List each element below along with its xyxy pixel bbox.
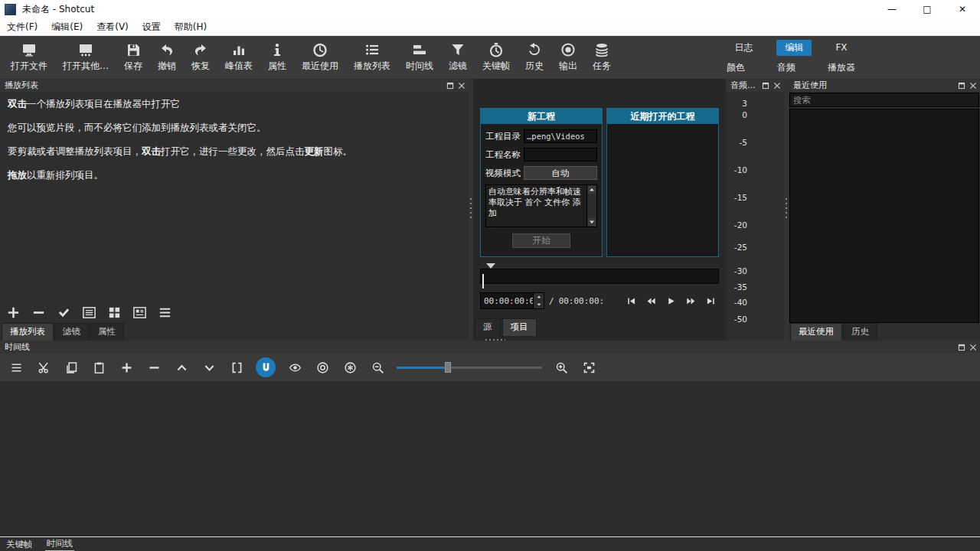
- timeline-copy-button[interactable]: [63, 359, 80, 376]
- timeline-panel-title: 时间线: [5, 341, 30, 353]
- playlist-view-icons-button[interactable]: [132, 305, 147, 320]
- timeline-zoom-fit-button[interactable]: [580, 359, 597, 376]
- timeline-append-button[interactable]: [118, 359, 135, 376]
- toolbar-button-jobs[interactable]: 任务: [585, 40, 619, 75]
- playlist-add-button[interactable]: [6, 305, 21, 320]
- timeline-tracks-area[interactable]: [0, 381, 980, 536]
- float-panel-icon[interactable]: [761, 81, 770, 90]
- maximize-button[interactable]: □: [910, 0, 945, 18]
- scrollbar[interactable]: [586, 185, 596, 227]
- timeline-zoom-handle[interactable]: [445, 362, 451, 373]
- toolbar-button-peak-meter[interactable]: 峰值表: [217, 40, 260, 75]
- playlist-dock-tabs: 播放列表 滤镜 属性: [0, 323, 469, 341]
- timeline-icon: [412, 42, 427, 57]
- close-button[interactable]: ✕: [945, 0, 980, 18]
- toolbar-button-playlist[interactable]: 播放列表: [346, 40, 398, 75]
- playlist-panel-header: 播放列表: [0, 79, 469, 92]
- toolbar-button-timeline[interactable]: 时间线: [398, 40, 441, 75]
- layout-tab[interactable]: 音频: [769, 60, 804, 76]
- recent-projects-list[interactable]: [607, 124, 718, 256]
- panel-tab[interactable]: 历史: [843, 323, 877, 341]
- toolbar-button-label: 属性: [268, 60, 286, 73]
- layout-tab[interactable]: 日志: [726, 40, 761, 56]
- meter-scale-label: 0: [726, 110, 747, 119]
- toolbar-button-filters[interactable]: 滤镜: [441, 40, 475, 75]
- timeline-zoom-in-button[interactable]: [553, 359, 570, 376]
- toolbar-button-redo[interactable]: 恢复: [184, 40, 217, 75]
- playlist-menu-button[interactable]: [158, 305, 172, 320]
- timecode-increment-icon[interactable]: [534, 293, 544, 301]
- layout-tab[interactable]: 播放器: [819, 60, 864, 76]
- menu-item[interactable]: 设置: [136, 18, 168, 35]
- float-panel-icon[interactable]: [957, 343, 966, 352]
- timeline-snap-button[interactable]: [256, 357, 276, 377]
- float-panel-icon[interactable]: [957, 81, 966, 90]
- toolbar-button-properties[interactable]: 属性: [260, 40, 294, 75]
- timeline-cut-button[interactable]: [35, 359, 52, 376]
- toolbar-button-open-file[interactable]: 打开文件: [3, 40, 55, 75]
- timeline-zoom-out-button[interactable]: [369, 359, 386, 376]
- minimize-button[interactable]: —: [874, 0, 910, 18]
- play-button[interactable]: [663, 294, 679, 308]
- close-panel-icon[interactable]: [773, 81, 782, 90]
- panel-tab[interactable]: 属性: [90, 323, 124, 341]
- window-controls: — □ ✕: [874, 0, 980, 18]
- playlist-view-tiles-button[interactable]: [107, 305, 122, 320]
- toolbar-button-save[interactable]: 保存: [116, 40, 150, 75]
- timeline-ripple-button[interactable]: [314, 359, 331, 376]
- timeline-overwrite-button[interactable]: [201, 359, 217, 376]
- menu-item[interactable]: 文件(F): [0, 18, 44, 35]
- timecode-value[interactable]: 00:00:00:00: [481, 293, 533, 308]
- menu-item[interactable]: 查看(V): [90, 18, 136, 35]
- playlist-remove-button[interactable]: [31, 305, 46, 320]
- toolbar-button-recent[interactable]: 最近使用: [294, 40, 346, 75]
- toolbar-button-undo[interactable]: 撤销: [150, 40, 184, 75]
- panel-tab[interactable]: 播放列表: [2, 323, 54, 341]
- timeline-lift-button[interactable]: [173, 359, 190, 376]
- status-tab[interactable]: 关键帧: [5, 538, 34, 551]
- player-tab[interactable]: 项目: [502, 318, 537, 336]
- timeline-menu-button[interactable]: [8, 359, 24, 376]
- scrub-bar[interactable]: [480, 269, 719, 284]
- search-input[interactable]: [789, 93, 979, 107]
- timeline-zoom-slider[interactable]: [397, 359, 542, 376]
- timeline-split-button[interactable]: [228, 359, 245, 376]
- playlist-view-details-button[interactable]: [82, 305, 96, 320]
- project-name-input[interactable]: [524, 148, 597, 161]
- float-panel-icon[interactable]: [446, 81, 455, 90]
- timeline-ripple-all-button[interactable]: [341, 359, 358, 376]
- toolbar-button-export[interactable]: 输出: [551, 40, 585, 75]
- panel-tab[interactable]: 滤镜: [54, 323, 89, 341]
- menu-item[interactable]: 编辑(E): [44, 18, 90, 35]
- player-tab[interactable]: 源: [475, 318, 501, 336]
- status-tab[interactable]: 时间线: [45, 537, 75, 551]
- timeline-paste-button[interactable]: [90, 359, 107, 376]
- skip-start-button[interactable]: [623, 294, 639, 308]
- playlist-update-button[interactable]: [57, 305, 71, 320]
- timecode-decrement-icon[interactable]: [534, 301, 544, 308]
- start-button[interactable]: 开始: [512, 233, 570, 248]
- layout-tab[interactable]: 编辑: [776, 40, 812, 56]
- project-directory-input[interactable]: [524, 129, 597, 143]
- close-panel-icon[interactable]: [969, 81, 978, 90]
- close-panel-icon[interactable]: [457, 81, 466, 90]
- recent-dock-tabs: 最近使用 历史: [789, 323, 980, 341]
- timeline-ripple-delete-button[interactable]: [145, 359, 162, 376]
- fast-forward-button[interactable]: [683, 294, 699, 308]
- playhead-marker[interactable]: [486, 263, 495, 269]
- layout-tab[interactable]: FX: [827, 41, 855, 54]
- rewind-button[interactable]: [643, 294, 659, 308]
- toolbar-button-open-other[interactable]: 打开其他…: [55, 40, 116, 75]
- scroll-down-icon[interactable]: [588, 218, 596, 226]
- timeline-scrub-drag-button[interactable]: [286, 359, 303, 376]
- video-mode-button[interactable]: 自动: [524, 166, 597, 180]
- recent-list[interactable]: [789, 109, 979, 323]
- panel-tab[interactable]: 最近使用: [790, 323, 842, 341]
- toolbar-button-keyframes[interactable]: 关键帧: [475, 40, 518, 75]
- skip-end-button[interactable]: [703, 294, 719, 308]
- toolbar-button-history[interactable]: 历史: [518, 40, 551, 75]
- layout-tab[interactable]: 颜色: [718, 60, 753, 76]
- close-panel-icon[interactable]: [969, 343, 978, 352]
- scroll-up-icon[interactable]: [588, 186, 596, 194]
- menu-item[interactable]: 帮助(H): [168, 18, 214, 35]
